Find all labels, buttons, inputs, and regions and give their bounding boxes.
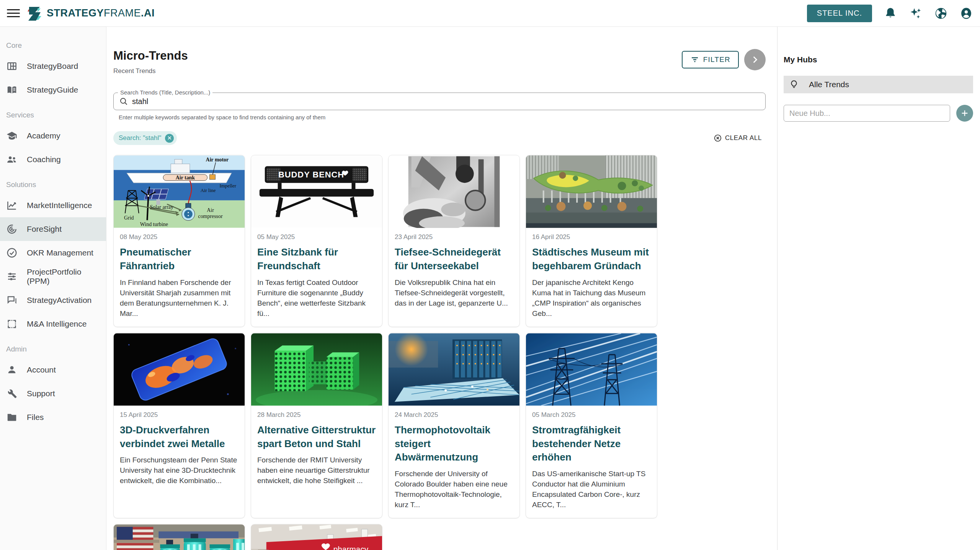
card-description: In Texas fertigt Coated Outdoor Furnitur…	[257, 278, 376, 319]
buddy-bench-image: BUDDY BENCH	[251, 155, 382, 228]
card-date: 28 March 2025	[257, 411, 376, 419]
search-filter-chip[interactable]: Search: "stahl" ✕	[113, 131, 177, 145]
card-date: 23 April 2025	[395, 233, 513, 241]
search-input[interactable]	[132, 97, 760, 106]
green-roof-museum-image	[526, 155, 657, 228]
card-title: Alternative Gitterstruktur spart Beton u…	[257, 423, 376, 451]
cancel-circle-icon	[714, 134, 722, 142]
chat-icon	[6, 295, 18, 306]
main-content: Micro-Trends Recent Trends FILTER Search…	[106, 27, 777, 550]
hamburger-menu-icon[interactable]	[7, 7, 20, 20]
sidebar-item-label: ForeSight	[27, 225, 62, 234]
svg-text:Grid: Grid	[124, 215, 134, 221]
folder-icon	[6, 412, 18, 423]
top-bar: STRATEGYFRAME.AI STEEL INC.	[0, 0, 980, 27]
metal-micrograph-image	[114, 333, 245, 406]
chip-remove-icon[interactable]: ✕	[165, 134, 174, 143]
sidebar-item-okr-management[interactable]: OKR Management	[0, 241, 106, 265]
focus-frame-icon	[6, 318, 18, 330]
card-title: Eine Sitzbank für Freundschaft	[257, 246, 376, 273]
tenant-button[interactable]: STEEL INC.	[807, 5, 872, 22]
trend-card[interactable]: BUDDY BENCH 05 May 2025 Eine Sitzbank fü…	[251, 155, 382, 327]
line-chart-icon	[6, 200, 18, 211]
trend-card[interactable]: 15 April 2025 3D-Druckverfahren verbinde…	[113, 333, 245, 519]
pharmacy-store-image: pharmacy Honey Po	[251, 524, 382, 550]
new-hub-input[interactable]	[784, 105, 950, 122]
sidebar-item-foresight[interactable]: ForeSight	[0, 217, 106, 241]
sidebar-item-account[interactable]: Account	[0, 358, 106, 382]
wrench-icon	[6, 388, 18, 399]
trend-card[interactable]: 16 April 2025 Städtisches Museum mit beg…	[526, 155, 657, 327]
sidebar-item-strategyguide[interactable]: StrategyGuide	[0, 78, 106, 102]
svg-text:compressor: compressor	[198, 213, 222, 219]
bioreactor-cylinders-image	[114, 524, 245, 550]
svg-text:Solar array: Solar array	[150, 204, 173, 210]
sidebar-item-marketintelligence[interactable]: MarketIntelligence	[0, 194, 106, 217]
sidebar-item-ma-intelligence[interactable]: M&A Intelligence	[0, 312, 106, 336]
sidebar-item-support[interactable]: Support	[0, 382, 106, 405]
sidebar-section-solutions: Solutions	[0, 177, 106, 194]
card-description: Die Volksrepublik China hat ein Tiefsee-…	[395, 278, 513, 309]
tune-sliders-icon	[6, 271, 18, 282]
trend-card[interactable]	[113, 524, 245, 550]
card-title: Städtisches Museum mit begehbarem Gründa…	[532, 246, 651, 273]
add-hub-button[interactable]	[956, 105, 973, 122]
notifications-bell-icon[interactable]	[884, 7, 897, 20]
sidebar-item-label: Account	[27, 365, 56, 374]
svg-text:Wind turbine: Wind turbine	[140, 221, 168, 227]
card-description: Der japanische Architekt Kengo Kuma hat …	[532, 278, 651, 319]
trend-card[interactable]: 28 March 2025 Alternative Gitterstruktur…	[251, 333, 382, 519]
trend-card[interactable]: 24 March 2025 Thermophotovoltaik steiger…	[388, 333, 520, 519]
sidebar-item-files[interactable]: Files	[0, 405, 106, 429]
svg-text:BUDDY BENCH: BUDDY BENCH	[278, 170, 344, 179]
sidebar-item-label: StrategyBoard	[27, 62, 78, 71]
plus-icon	[960, 109, 969, 117]
thermophotovoltaic-image	[389, 333, 519, 406]
search-field-label: Search Trends (Title, Description...)	[118, 89, 212, 96]
sidebar-item-label: Academy	[27, 131, 60, 140]
sidebar-item-label: StrategyActivation	[27, 296, 91, 305]
logo-mark-icon	[26, 5, 43, 21]
svg-text:pharmacy: pharmacy	[333, 545, 369, 550]
globe-icon[interactable]	[934, 7, 948, 20]
svg-text:Air: Air	[207, 207, 214, 213]
sidebar-section-core: Core	[0, 37, 106, 54]
app-logo[interactable]: STRATEGYFRAME.AI	[26, 5, 155, 21]
sidebar-item-academy[interactable]: Academy	[0, 124, 106, 148]
people-icon	[6, 154, 18, 165]
trend-card[interactable]: Air motor Air tank Air line Impeller Sol…	[113, 155, 245, 327]
hub-item-label: Alle Trends	[809, 80, 849, 89]
hub-item-alle-trends[interactable]: Alle Trends	[784, 76, 973, 93]
sidebar-item-projectportfolio[interactable]: ProjectPortfolio (PPM)	[0, 265, 106, 288]
card-date: 15 April 2025	[120, 411, 238, 419]
account-icon[interactable]	[959, 7, 973, 20]
power-lines-image	[526, 333, 657, 406]
clear-all-button[interactable]: CLEAR ALL	[714, 134, 762, 142]
sidebar-item-coaching[interactable]: Coaching	[0, 148, 106, 171]
trend-card[interactable]: 23 April 2025 Tiefsee-Schneidegerät für …	[388, 155, 520, 327]
card-description: Forschende der University of Colorado Bo…	[395, 469, 513, 510]
pneumatic-ferry-diagram-image: Air motor Air tank Air line Impeller Sol…	[114, 155, 245, 228]
check-circle-icon	[6, 247, 18, 259]
hubs-panel-title: My Hubs	[784, 55, 973, 64]
collapse-panel-button[interactable]	[744, 49, 766, 70]
sidebar-item-label: MarketIntelligence	[27, 201, 92, 210]
ai-sparkles-icon[interactable]	[909, 7, 923, 20]
green-lattice-image	[251, 333, 382, 406]
sidebar-item-strategyactivation[interactable]: StrategyActivation	[0, 288, 106, 312]
search-icon	[119, 97, 128, 106]
trend-card[interactable]: 05 March 2025 Stromtragfähigkeit bestehe…	[526, 333, 657, 519]
card-date: 05 May 2025	[257, 233, 376, 241]
sidebar-item-label: ProjectPortfolio (PPM)	[27, 267, 100, 286]
svg-text:Impeller: Impeller	[219, 183, 236, 189]
sidebar-item-label: Support	[27, 389, 55, 398]
sidebar-item-label: StrategyGuide	[27, 85, 78, 94]
filter-button[interactable]: FILTER	[682, 51, 739, 68]
trend-card[interactable]: pharmacy Honey Po	[251, 524, 382, 550]
chip-label: Search: "stahl"	[119, 134, 161, 142]
card-date: 05 March 2025	[532, 411, 651, 419]
sidebar: Core StrategyBoard StrategyGuide Service…	[0, 27, 106, 550]
card-description: Forschende der RMIT University haben ein…	[257, 455, 376, 486]
sidebar-item-strategyboard[interactable]: StrategyBoard	[0, 54, 106, 78]
card-date: 24 March 2025	[395, 411, 513, 419]
